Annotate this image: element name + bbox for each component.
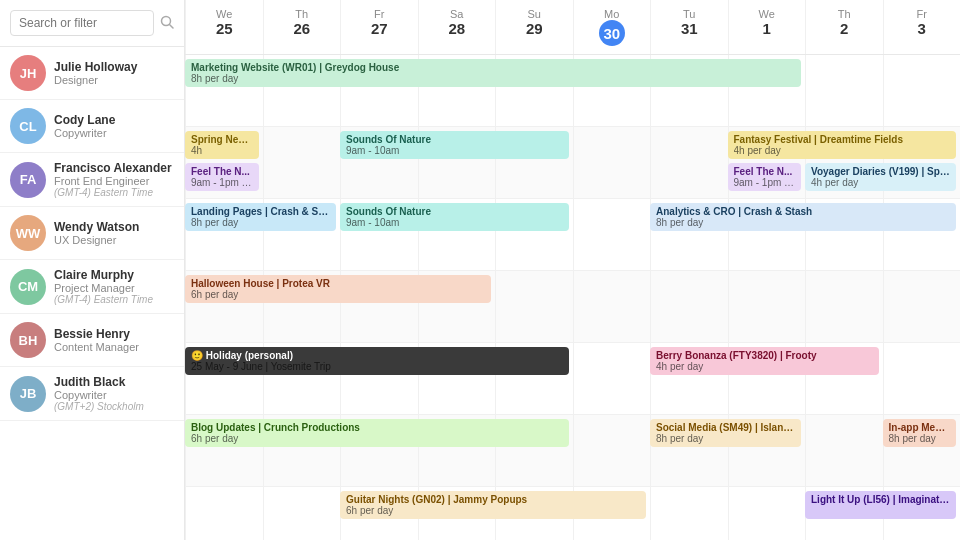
event-sub: 9am - 10am <box>346 145 563 156</box>
cal-row-claire: 🙂 Holiday (personal) 25 May - 9 June | Y… <box>185 343 960 415</box>
event-bar-claire-1[interactable]: Berry Bonanza (FTY3820) | Frooty 4h per … <box>650 347 879 375</box>
event-title: Marketing Website (WR01) | Greydog House <box>191 62 795 73</box>
cell-julie-day9 <box>883 55 961 126</box>
cell-cody-day1 <box>263 127 341 198</box>
person-info-judith: Judith Black Copywriter (GMT+2) Stockhol… <box>54 375 144 412</box>
event-bar-francisco-0[interactable]: Landing Pages | Crash & Stash 8h per day <box>185 203 336 231</box>
event-bar-bessie-1[interactable]: Social Media (SM49) | Island Mus... 8h p… <box>650 419 801 447</box>
day-num: 3 <box>886 20 959 37</box>
event-sub: 8h per day <box>191 217 330 228</box>
event-title: Berry Bonanza (FTY3820) | Frooty <box>656 350 873 361</box>
event-bar-julie-0[interactable]: Marketing Website (WR01) | Greydog House… <box>185 59 801 87</box>
event-bar-cody-2[interactable]: Fantasy Festival | Dreamtime Fields 4h p… <box>728 131 957 159</box>
event-bar-cody-1[interactable]: Sounds Of Nature 9am - 10am <box>340 131 569 159</box>
cell-bessie-day5 <box>573 415 651 486</box>
day-header-Fr27: Fr27 <box>340 0 418 54</box>
day-num: 27 <box>343 20 416 37</box>
person-name-francisco: Francisco Alexander <box>54 161 172 175</box>
day-name: Sa <box>421 8 494 20</box>
person-item-bessie[interactable]: BH Bessie Henry Content Manager <box>0 314 184 367</box>
event-bar-wendy-0[interactable]: Halloween House | Protea VR 6h per day <box>185 275 491 303</box>
cell-claire-day5 <box>573 343 651 414</box>
avatar-judith: JB <box>10 376 46 412</box>
cell-francisco-day5 <box>573 199 651 270</box>
event-title: Light It Up (LI56) | Imagination Di... <box>811 494 950 505</box>
person-info-francisco: Francisco Alexander Front End Engineer (… <box>54 161 172 198</box>
cal-row-cody: Spring Newslet... 4h Sounds Of Nature 9a… <box>185 127 960 199</box>
day-num: 2 <box>808 20 881 37</box>
avatar-claire: CM <box>10 269 46 305</box>
cal-row-bessie: Blog Updates | Crunch Productions 6h per… <box>185 415 960 487</box>
event-title: Voyager Diaries (V199) | Space Po... <box>811 166 950 177</box>
event-title: Sounds Of Nature <box>346 206 563 217</box>
person-item-claire[interactable]: CM Claire Murphy Project Manager (GMT-4)… <box>0 260 184 314</box>
day-num: 26 <box>266 20 339 37</box>
person-info-bessie: Bessie Henry Content Manager <box>54 327 139 353</box>
search-bar <box>0 0 184 47</box>
person-item-cody[interactable]: CL Cody Lane Copywriter <box>0 100 184 153</box>
day-header-We25: We25 <box>185 0 263 54</box>
event-title: Halloween House | Protea VR <box>191 278 485 289</box>
day-name: Su <box>498 8 571 20</box>
event-sub: 8h per day <box>656 217 950 228</box>
event-sub: 6h per day <box>191 289 485 300</box>
person-name-judith: Judith Black <box>54 375 144 389</box>
day-name: Fr <box>343 8 416 20</box>
event-bar-francisco-1[interactable]: Sounds Of Nature 9am - 10am <box>340 203 569 231</box>
event-title: 🙂 Holiday (personal) <box>191 350 563 361</box>
cell-judith-day1 <box>263 487 341 540</box>
event-bar-judith-1[interactable]: Light It Up (LI56) | Imagination Di... <box>805 491 956 519</box>
person-tz-claire: (GMT-4) Eastern Time <box>54 294 153 305</box>
cell-wendy-day7 <box>728 271 806 342</box>
person-name-claire: Claire Murphy <box>54 268 153 282</box>
day-header-Th26: Th26 <box>263 0 341 54</box>
person-tz-judith: (GMT+2) Stockholm <box>54 401 144 412</box>
cell-wendy-day4 <box>495 271 573 342</box>
avatar-wendy: WW <box>10 215 46 251</box>
person-item-francisco[interactable]: FA Francisco Alexander Front End Enginee… <box>0 153 184 207</box>
avatar-julie: JH <box>10 55 46 91</box>
day-name: We <box>188 8 261 20</box>
cell-julie-day8 <box>805 55 883 126</box>
day-num: 29 <box>498 20 571 37</box>
event-bar-bessie-2[interactable]: In-app Messagi... 8h per day <box>883 419 957 447</box>
event-bar-cody-5[interactable]: Voyager Diaries (V199) | Space Po... 4h … <box>805 163 956 191</box>
person-item-julie[interactable]: JH Julie Holloway Designer <box>0 47 184 100</box>
search-input[interactable] <box>10 10 154 36</box>
event-bar-francisco-2[interactable]: Analytics & CRO | Crash & Stash 8h per d… <box>650 203 956 231</box>
cell-bessie-day8 <box>805 415 883 486</box>
person-info-julie: Julie Holloway Designer <box>54 60 137 86</box>
event-sub: 9am - 1pm We... <box>191 177 253 188</box>
event-sub: 8h per day <box>656 433 795 444</box>
cell-wendy-day9 <box>883 271 961 342</box>
day-name: Tu <box>653 8 726 20</box>
person-role-bessie: Content Manager <box>54 341 139 353</box>
event-sub: 8h per day <box>191 73 795 84</box>
event-bar-judith-0[interactable]: Guitar Nights (GN02) | Jammy Popups 6h p… <box>340 491 646 519</box>
event-bar-claire-0[interactable]: 🙂 Holiday (personal) 25 May - 9 June | Y… <box>185 347 569 375</box>
person-info-cody: Cody Lane Copywriter <box>54 113 115 139</box>
calendar-body: Marketing Website (WR01) | Greydog House… <box>185 55 960 540</box>
day-num: 28 <box>421 20 494 37</box>
event-bar-cody-3[interactable]: Feel The N... 9am - 1pm We... <box>185 163 259 191</box>
search-icon <box>160 15 174 32</box>
event-bar-cody-0[interactable]: Spring Newslet... 4h <box>185 131 259 159</box>
day-name: Mo <box>576 8 649 20</box>
event-bar-cody-4[interactable]: Feel The N... 9am - 1pm We... <box>728 163 802 191</box>
day-num: 30 <box>599 20 625 46</box>
event-bar-bessie-0[interactable]: Blog Updates | Crunch Productions 6h per… <box>185 419 569 447</box>
cal-row-francisco: Landing Pages | Crash & Stash 8h per day… <box>185 199 960 271</box>
person-item-wendy[interactable]: WW Wendy Watson UX Designer <box>0 207 184 260</box>
cal-row-wendy: Halloween House | Protea VR 6h per day <box>185 271 960 343</box>
cell-wendy-day8 <box>805 271 883 342</box>
event-sub: 9am - 10am <box>346 217 563 228</box>
person-name-cody: Cody Lane <box>54 113 115 127</box>
person-role-cody: Copywriter <box>54 127 115 139</box>
day-headers: We25Th26Fr27Sa28Su29Mo30Tu31We1Th2Fr3 <box>185 0 960 54</box>
event-title: Feel The N... <box>191 166 253 177</box>
day-name: We <box>731 8 804 20</box>
event-title: Guitar Nights (GN02) | Jammy Popups <box>346 494 640 505</box>
cell-judith-day0 <box>185 487 263 540</box>
person-item-judith[interactable]: JB Judith Black Copywriter (GMT+2) Stock… <box>0 367 184 421</box>
person-role-wendy: UX Designer <box>54 234 139 246</box>
